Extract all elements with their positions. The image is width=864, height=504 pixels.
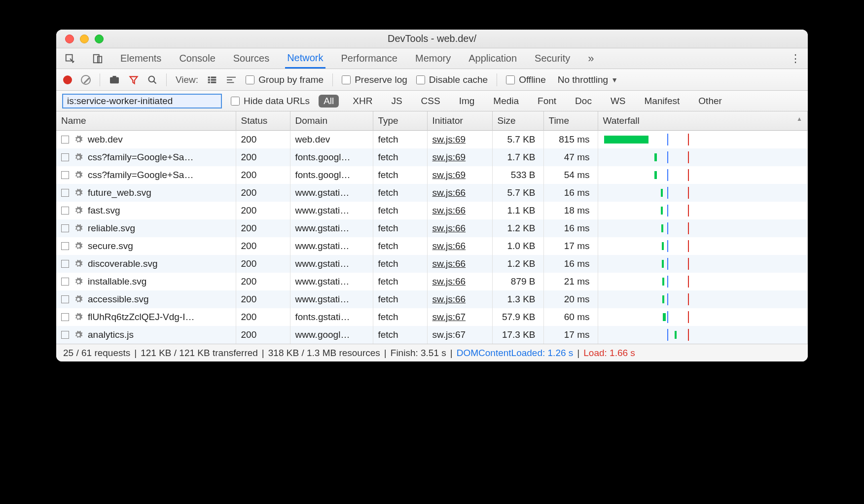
- separator: [332, 73, 333, 86]
- cell-waterfall: [598, 308, 808, 326]
- table-row[interactable]: accessible.svg200www.gstati…fetchsw.js:6…: [56, 290, 808, 308]
- filter-type-all[interactable]: All: [319, 95, 339, 108]
- capture-screenshots-icon[interactable]: [109, 75, 120, 84]
- tab-security[interactable]: Security: [533, 49, 572, 68]
- initiator-link[interactable]: sw.js:67: [432, 312, 466, 322]
- initiator-link[interactable]: sw.js:69: [432, 152, 466, 162]
- request-name: css?family=Google+Sa…: [88, 170, 193, 180]
- row-checkbox[interactable]: [61, 136, 69, 144]
- filter-type-ws[interactable]: WS: [606, 95, 631, 108]
- cell-type: fetch: [373, 202, 427, 219]
- tab-performance[interactable]: Performance: [339, 49, 400, 68]
- group-by-frame-checkbox[interactable]: Group by frame: [246, 74, 324, 85]
- gear-icon: [74, 188, 83, 197]
- table-row[interactable]: flUhRq6tzZclQEJ-Vdg-I…200fonts.gstati…fe…: [56, 308, 808, 326]
- gear-icon: [74, 171, 83, 180]
- svg-rect-3: [110, 77, 119, 83]
- request-name: accessible.svg: [88, 294, 149, 305]
- filter-type-css[interactable]: CSS: [416, 95, 445, 108]
- col-status[interactable]: Status: [236, 111, 290, 131]
- cell-time: 60 ms: [543, 308, 598, 326]
- offline-checkbox[interactable]: Offline: [506, 74, 546, 85]
- tab-console[interactable]: Console: [177, 49, 217, 68]
- initiator-link[interactable]: sw.js:66: [432, 241, 466, 251]
- table-row[interactable]: analytics.js200www.googl…fetchsw.js:6717…: [56, 326, 808, 344]
- initiator-link[interactable]: sw.js:66: [432, 205, 466, 216]
- preserve-log-checkbox[interactable]: Preserve log: [342, 74, 407, 85]
- filter-bar: Hide data URLs AllXHRJSCSSImgMediaFontDo…: [56, 91, 808, 111]
- table-row[interactable]: fast.svg200www.gstati…fetchsw.js:661.1 K…: [56, 202, 808, 219]
- row-checkbox[interactable]: [61, 278, 69, 286]
- settings-menu-icon[interactable]: ⋮: [790, 52, 801, 65]
- initiator-link[interactable]: sw.js:69: [432, 170, 466, 180]
- table-row[interactable]: discoverable.svg200www.gstati…fetchsw.js…: [56, 255, 808, 273]
- separator: [497, 73, 497, 86]
- record-button[interactable]: [63, 75, 72, 84]
- row-checkbox[interactable]: [61, 207, 69, 215]
- table-row[interactable]: future_web.svg200www.gstati…fetchsw.js:6…: [56, 184, 808, 202]
- col-domain[interactable]: Domain: [290, 111, 373, 131]
- row-checkbox[interactable]: [61, 189, 69, 197]
- table-row[interactable]: web.dev200web.devfetchsw.js:695.7 KB815 …: [56, 131, 808, 149]
- filter-type-media[interactable]: Media: [488, 95, 524, 108]
- device-toggle-icon[interactable]: [91, 53, 105, 64]
- filter-type-other[interactable]: Other: [693, 95, 727, 108]
- request-name: secure.svg: [88, 241, 133, 252]
- col-size[interactable]: Size: [492, 111, 543, 131]
- table-row[interactable]: secure.svg200www.gstati…fetchsw.js:661.0…: [56, 237, 808, 255]
- col-time[interactable]: Time: [543, 111, 598, 131]
- tab-application[interactable]: Application: [467, 49, 519, 68]
- search-icon[interactable]: [147, 75, 157, 85]
- clear-button[interactable]: [81, 75, 91, 85]
- col-type[interactable]: Type: [373, 111, 427, 131]
- cell-initiator: sw.js:66: [427, 273, 492, 290]
- tab-network[interactable]: Network: [285, 48, 325, 69]
- table-row[interactable]: installable.svg200www.gstati…fetchsw.js:…: [56, 273, 808, 290]
- cell-status: 200: [236, 166, 290, 184]
- initiator-link[interactable]: sw.js:66: [432, 276, 466, 287]
- cell-type: fetch: [373, 237, 427, 255]
- large-rows-icon[interactable]: [207, 75, 217, 84]
- more-tabs-icon[interactable]: »: [588, 52, 594, 65]
- status-dcl: DOMContentLoaded: 1.26 s: [457, 348, 574, 359]
- row-checkbox[interactable]: [61, 260, 69, 268]
- filter-type-js[interactable]: JS: [386, 95, 407, 108]
- row-checkbox[interactable]: [61, 224, 69, 232]
- hide-data-urls-checkbox[interactable]: Hide data URLs: [231, 96, 310, 107]
- table-row[interactable]: reliable.svg200www.gstati…fetchsw.js:661…: [56, 219, 808, 237]
- inspect-icon[interactable]: [63, 53, 77, 64]
- overview-icon[interactable]: [226, 75, 237, 84]
- col-waterfall[interactable]: Waterfall: [598, 111, 808, 131]
- initiator-link[interactable]: sw.js:66: [432, 294, 466, 304]
- svg-rect-8: [208, 79, 210, 80]
- row-checkbox[interactable]: [61, 171, 69, 179]
- col-initiator[interactable]: Initiator: [427, 111, 492, 131]
- row-checkbox[interactable]: [61, 153, 69, 161]
- initiator-link[interactable]: sw.js:66: [432, 258, 466, 269]
- table-row[interactable]: css?family=Google+Sa…200fonts.googl…fetc…: [56, 148, 808, 166]
- initiator-link[interactable]: sw.js:69: [432, 134, 466, 144]
- table-row[interactable]: css?family=Google+Sa…200fonts.googl…fetc…: [56, 166, 808, 184]
- filter-type-doc[interactable]: Doc: [570, 95, 597, 108]
- cell-time: 47 ms: [543, 148, 598, 166]
- filter-type-img[interactable]: Img: [454, 95, 480, 108]
- filter-type-font[interactable]: Font: [533, 95, 561, 108]
- tab-memory[interactable]: Memory: [413, 49, 453, 68]
- throttling-select[interactable]: No throttling ▼: [558, 74, 618, 85]
- initiator-link[interactable]: sw.js:66: [432, 223, 466, 233]
- row-checkbox[interactable]: [61, 242, 69, 250]
- row-checkbox[interactable]: [61, 331, 69, 339]
- tab-sources[interactable]: Sources: [231, 49, 271, 68]
- filter-type-manifest[interactable]: Manifest: [640, 95, 685, 108]
- tab-elements[interactable]: Elements: [118, 49, 163, 68]
- row-checkbox[interactable]: [61, 295, 69, 303]
- disable-cache-checkbox[interactable]: Disable cache: [416, 74, 488, 85]
- row-checkbox[interactable]: [61, 313, 69, 321]
- cell-initiator: sw.js:69: [427, 131, 492, 149]
- filter-type-xhr[interactable]: XHR: [348, 95, 377, 108]
- initiator-link[interactable]: sw.js:66: [432, 187, 466, 198]
- cell-waterfall: [598, 237, 808, 255]
- filter-icon[interactable]: [129, 75, 139, 85]
- filter-input[interactable]: [62, 94, 222, 108]
- col-name[interactable]: Name: [56, 111, 236, 131]
